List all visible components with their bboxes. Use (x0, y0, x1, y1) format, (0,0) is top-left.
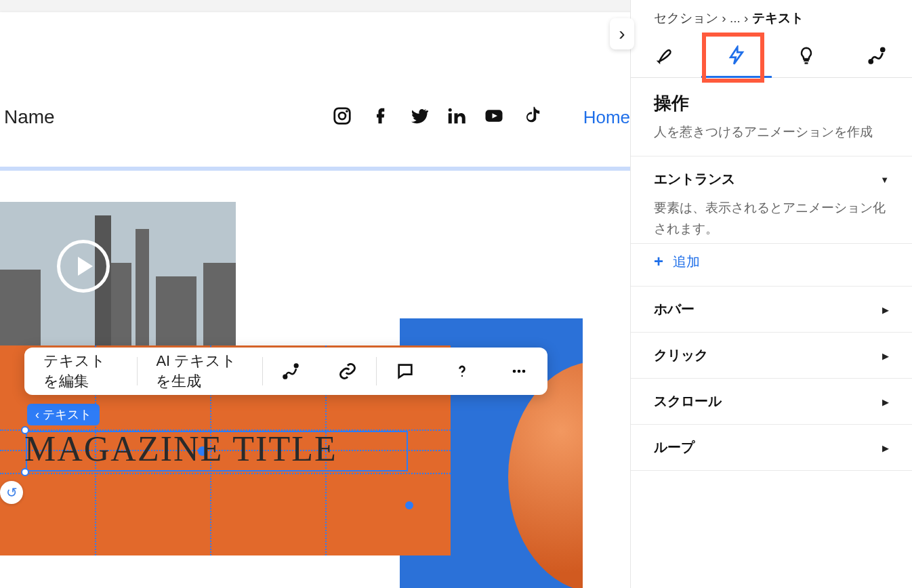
section-actions: 操作 人を惹きつけるアニメーションを作成 (631, 78, 912, 156)
nav-home-link[interactable]: Home (583, 107, 630, 128)
breadcrumb-ellipsis[interactable]: ... (730, 11, 741, 25)
site-header-row: Name Home (0, 97, 630, 138)
editor-canvas[interactable]: Name Home ‹ テキスト MAGAZINE TITLE ↺ (0, 53, 630, 588)
resize-handle[interactable] (405, 501, 413, 509)
tab-interactions[interactable] (701, 34, 772, 77)
social-icons-row (332, 106, 542, 129)
tiktok-icon[interactable] (522, 106, 542, 129)
svg-point-9 (513, 370, 516, 373)
help-button[interactable] (434, 348, 491, 395)
sphere-graphic (508, 362, 583, 588)
section-divider (0, 167, 630, 171)
svg-point-4 (449, 108, 452, 112)
text-floating-toolbar: テキストを編集 AI テキストを生成 (24, 348, 547, 395)
caret-down-icon (880, 173, 889, 186)
chevron-right-icon (619, 23, 625, 45)
breadcrumb-sep: › (722, 11, 726, 25)
svg-point-7 (295, 364, 298, 368)
breadcrumb[interactable]: セクション › ... › テキスト (631, 0, 912, 34)
tab-design[interactable] (631, 34, 701, 77)
caret-right-icon (882, 442, 889, 454)
tab-effects[interactable] (842, 34, 912, 77)
resize-handle[interactable] (21, 468, 29, 476)
linkedin-icon[interactable] (446, 106, 466, 129)
youtube-icon[interactable] (484, 106, 504, 129)
inspector-panel: セクション › ... › テキスト 操作 人を惹きつけるアニメーションを作成 … (630, 0, 912, 588)
breadcrumb-sep: › (744, 11, 748, 25)
section-loop[interactable]: ループ (631, 425, 912, 471)
hover-title: ホバー (654, 300, 695, 318)
section-scroll[interactable]: スクロール (631, 379, 912, 425)
section-entrance: エントランス 要素は、表示されるとアニメーション化されます。 (631, 156, 912, 244)
section-click[interactable]: クリック (631, 333, 912, 379)
comment-button[interactable] (377, 348, 434, 395)
actions-heading: 操作 (654, 91, 889, 115)
svg-point-13 (881, 48, 884, 51)
add-label: 追加 (673, 253, 700, 271)
svg-point-1 (339, 112, 346, 119)
scroll-title: スクロール (654, 392, 722, 411)
entrance-title: エントランス (654, 170, 735, 188)
add-entrance-button[interactable]: 追加 (631, 244, 912, 287)
caret-right-icon (882, 396, 889, 408)
instagram-icon[interactable] (332, 106, 352, 129)
video-thumbnail[interactable] (0, 202, 236, 351)
animation-path-button[interactable] (262, 348, 319, 395)
actions-description: 人を惹きつけるアニメーションを作成 (654, 122, 889, 142)
ai-generate-text-button[interactable]: AI テキストを生成 (137, 348, 262, 395)
loop-title: ループ (654, 438, 695, 457)
edit-text-button[interactable]: テキストを編集 (24, 348, 137, 395)
svg-point-2 (346, 110, 348, 112)
svg-rect-3 (449, 113, 452, 123)
site-name-text[interactable]: Name (4, 106, 55, 128)
inspector-tabs (631, 34, 912, 78)
caret-right-icon (882, 303, 889, 316)
svg-point-11 (522, 370, 526, 373)
expand-panel-button[interactable] (610, 18, 634, 49)
plus-icon (654, 252, 663, 271)
caret-right-icon (882, 350, 889, 362)
facebook-icon[interactable] (370, 106, 390, 129)
section-hover[interactable]: ホバー (631, 287, 912, 333)
twitter-icon[interactable] (408, 106, 428, 129)
undo-button[interactable]: ↺ (0, 481, 23, 504)
play-icon (57, 240, 110, 293)
tab-ideas[interactable] (772, 34, 842, 77)
element-type-tag[interactable]: ‹ テキスト (27, 404, 100, 425)
more-options-button[interactable] (491, 348, 547, 395)
link-button[interactable] (319, 348, 376, 395)
magazine-title-text[interactable]: MAGAZINE TITLE (24, 429, 337, 469)
svg-point-10 (518, 370, 521, 373)
breadcrumb-root[interactable]: セクション (654, 11, 718, 25)
breadcrumb-current: テキスト (752, 11, 804, 25)
svg-point-8 (461, 375, 463, 377)
entrance-description: 要素は、表示されるとアニメーション化されます。 (654, 198, 889, 239)
click-title: クリック (654, 346, 708, 364)
entrance-header[interactable]: エントランス (654, 170, 889, 188)
guide-line (0, 473, 451, 474)
